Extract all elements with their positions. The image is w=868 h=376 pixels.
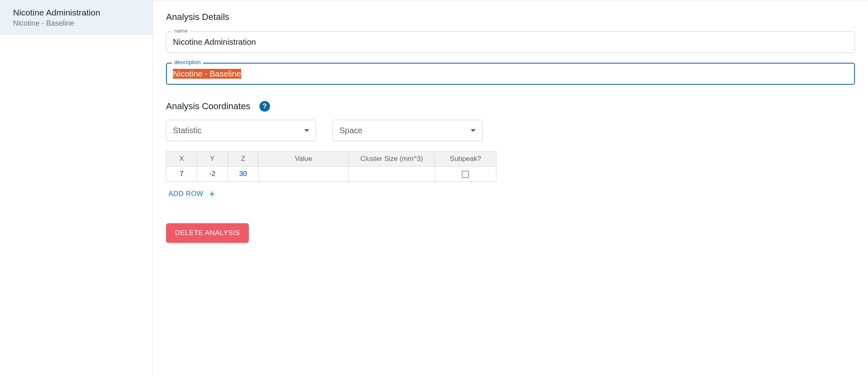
sidebar-item-subtitle: Nicotine - Baseline: [13, 19, 144, 28]
subpeak-checkbox[interactable]: [462, 171, 469, 178]
table-row[interactable]: 7 -2 30: [166, 167, 496, 182]
cell-subpeak[interactable]: [435, 167, 496, 182]
name-field-wrap: name: [166, 31, 855, 53]
app-root: Nicotine Administration Nicotine - Basel…: [0, 0, 868, 376]
cell-z[interactable]: 30: [228, 167, 258, 182]
plus-icon: +: [209, 189, 215, 199]
col-header-x: X: [166, 152, 197, 167]
statistic-select[interactable]: Statistic: [166, 120, 316, 141]
sidebar-item-analysis[interactable]: Nicotine Administration Nicotine - Basel…: [0, 0, 153, 35]
statistic-select-label: Statistic: [173, 126, 202, 135]
analysis-details-heading: Analysis Details: [166, 12, 855, 22]
cell-y[interactable]: -2: [197, 167, 228, 182]
col-header-value: Value: [259, 152, 349, 167]
coordinates-header: Analysis Coordinates ?: [166, 101, 855, 112]
cell-cluster[interactable]: [349, 167, 435, 182]
table-header-row: X Y Z Value Cluster Size (mm^3) Subpeak?: [166, 152, 496, 167]
cell-value[interactable]: [259, 167, 349, 182]
analysis-coordinates-heading: Analysis Coordinates: [166, 101, 250, 112]
cell-x[interactable]: 7: [166, 167, 197, 182]
col-header-cluster: Cluster Size (mm^3): [349, 152, 435, 167]
space-select[interactable]: Space: [332, 120, 483, 141]
col-header-z: Z: [228, 152, 258, 167]
delete-analysis-button[interactable]: DELETE ANALYSIS: [166, 223, 249, 243]
add-row-label: ADD ROW: [168, 190, 204, 198]
description-field-label: description: [172, 59, 203, 65]
main-content: Analysis Details name description Nicoti…: [153, 0, 868, 376]
name-input[interactable]: [166, 31, 855, 53]
name-field-label: name: [172, 28, 190, 34]
col-header-y: Y: [197, 152, 228, 167]
help-icon[interactable]: ?: [259, 101, 270, 112]
coordinate-selects-row: Statistic Space: [166, 120, 855, 141]
description-field-wrap: description Nicotine - Baseline: [166, 63, 855, 85]
space-select-label: Space: [339, 126, 363, 135]
analysis-sidebar: Nicotine Administration Nicotine - Basel…: [0, 0, 153, 376]
description-selected-text: Nicotine - Baseline: [173, 69, 241, 79]
add-row-button[interactable]: ADD ROW +: [166, 189, 215, 199]
coordinates-table: X Y Z Value Cluster Size (mm^3) Subpeak?…: [166, 151, 496, 182]
chevron-down-icon: [304, 129, 309, 132]
col-header-subpeak: Subpeak?: [435, 152, 496, 167]
sidebar-item-title: Nicotine Administration: [13, 8, 144, 18]
chevron-down-icon: [471, 129, 476, 132]
description-input[interactable]: Nicotine - Baseline: [166, 63, 855, 85]
